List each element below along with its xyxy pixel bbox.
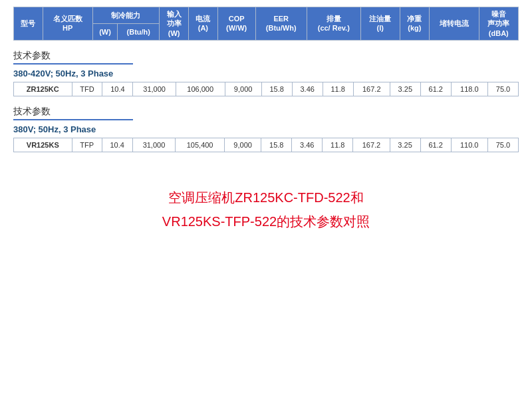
col-header-input-power: 输入 功率 (W) [160,7,189,41]
cell-weight: 61.2 [420,138,451,152]
section2-divider [13,119,133,120]
section1-header: 技术参数 380-420V; 50Hz, 3 Phase [13,50,519,78]
section2-header: 技术参数 380V; 50Hz, 3 Phase [13,106,519,134]
cell-cop: 3.46 [292,82,323,96]
section1-voltage: 380-420V; 50Hz, 3 Phase [13,68,519,78]
col-header-oil: 注油量 (l) [360,7,400,41]
cell-displacement: 167.2 [353,82,390,96]
cell-cooling-w: 31,000 [133,82,176,96]
cell-locked-rotor: 110.0 [451,138,487,152]
cell-current: 15.8 [261,82,292,96]
cell-locked-rotor: 118.0 [451,82,487,96]
section2-voltage: 380V; 50Hz, 3 Phase [13,124,519,134]
caption-line1: 空调压缩机ZR125KC-TFD-522和 [13,186,519,209]
cell-hp: 10.4 [102,82,133,96]
cell-current: 15.8 [261,138,292,152]
caption-line2: VR125KS-TFP-522的技术参数对照 [13,209,519,233]
caption: 空调压缩机ZR125KC-TFD-522和 VR125KS-TFP-522的技术… [13,186,519,233]
col-header-cop: COP (W/W) [217,7,255,41]
cell-eer: 11.8 [323,138,353,152]
col-header-eer: EER (Btu/Wh) [255,7,307,41]
cell-weight: 61.2 [420,82,451,96]
cell-hp: 10.4 [102,138,132,152]
col-header-cooling-btu: (Btu/h) [118,23,160,40]
cell-cooling-btu: 106,000 [176,82,225,96]
cell-model: ZR125KC [14,82,72,96]
cell-displacement: 167.2 [353,138,390,152]
cell-noise: 75.0 [487,82,518,96]
section1-table: ZR125KC TFD 10.4 31,000 106,000 9,000 15… [13,82,519,96]
table-row: VR125KS TFP 10.4 31,000 105,400 9,000 15… [14,138,519,152]
cell-oil: 3.25 [390,138,420,152]
section1-title: 技术参数 [13,50,519,62]
col-header-weight: 净重 (kg) [400,7,429,41]
table-row: ZR125KC TFD 10.4 31,000 106,000 9,000 15… [14,82,519,96]
cell-type: TFP [72,138,102,152]
cell-input-power: 9,000 [224,138,261,152]
specs-table: 型号 名义匹数 HP 制冷能力 输入 功率 (W) 电流 (A) COP (W/… [13,7,519,41]
col-header-locked-rotor: 堵转电流 [429,7,479,41]
col-header-displacement: 排量 (cc/ Rev.) [307,7,360,41]
section2-title: 技术参数 [13,106,519,118]
cell-oil: 3.25 [390,82,420,96]
section2-table: VR125KS TFP 10.4 31,000 105,400 9,000 15… [13,138,519,152]
cell-noise: 75.0 [487,138,518,152]
cell-eer: 11.8 [323,82,353,96]
col-header-cooling: 制冷能力 [92,7,160,24]
col-header-current: 电流 (A) [188,7,217,41]
section1-divider [13,63,133,65]
cell-cooling-btu: 105,400 [176,138,225,152]
col-header-cooling-w: (W) [92,23,118,40]
col-header-hp: 名义匹数 HP [43,7,92,41]
col-header-noise: 噪音 声功率 (dBA) [479,7,518,41]
col-header-model: 型号 [14,7,43,41]
cell-cooling-w: 31,000 [132,138,176,152]
cell-cop: 3.46 [292,138,323,152]
cell-type: TFD [72,82,102,96]
cell-model: VR125KS [14,138,72,152]
cell-input-power: 9,000 [225,82,261,96]
